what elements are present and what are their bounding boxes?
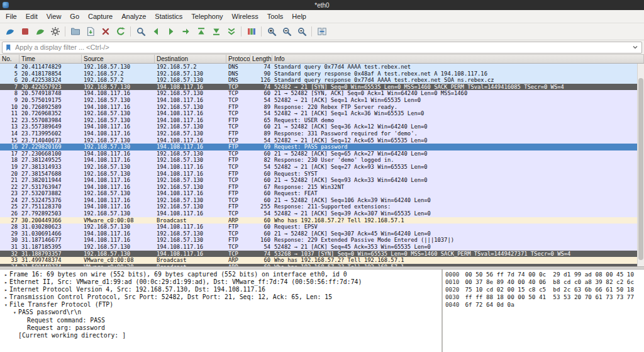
hex-line[interactable]: 000000 50 56 ff 7d 74 00 0c 29 d1 99 ad … xyxy=(445,271,644,278)
menu-tools[interactable]: Tools xyxy=(263,11,288,21)
open-file-button[interactable] xyxy=(68,25,82,38)
close-file-button[interactable] xyxy=(98,25,113,38)
menu-statistics[interactable]: Statistics xyxy=(150,11,187,21)
hex-line[interactable]: 00406f 72 64 0d 0a xyxy=(445,301,644,309)
packet-row-4[interactable]: 420.411474829192.168.57.130192.168.57.2D… xyxy=(0,64,644,71)
filter-dropdown-icon[interactable] xyxy=(631,43,639,51)
detail-line[interactable]: Request arg: password xyxy=(0,324,441,332)
hex-line[interactable]: 0030ff ff 88 18 00 00 50 41 53 53 20 70 … xyxy=(445,293,644,301)
packet-row-6[interactable]: 620.422538324192.168.57.2192.168.57.130D… xyxy=(0,77,644,84)
menu-wireless[interactable]: Wireless xyxy=(228,11,263,21)
packet-row-19[interactable]: 1927.381314933192.168.57.130194.108.117.… xyxy=(0,164,644,171)
zoom-in-button[interactable] xyxy=(264,25,279,38)
packet-row-33[interactable]: 3331.499748374VMware_c0:00:08BroadcastAR… xyxy=(0,257,644,264)
menu-help[interactable]: Help xyxy=(287,11,311,21)
hex-line[interactable]: 001000 37 8e 89 40 00 40 06 b8 cd c0 a8 … xyxy=(445,278,644,286)
packet-row-29[interactable]: 2931.030691466194.108.117.16192.168.57.1… xyxy=(0,230,644,237)
capture-options-button[interactable] xyxy=(48,25,62,38)
hex-bytes: 00 37 8e 89 40 00 40 06 b8 cd c0 a8 39 8… xyxy=(465,278,634,285)
packet-row-28[interactable]: 2831.030280623192.168.57.130194.108.117.… xyxy=(0,224,644,230)
zoom-reset-button[interactable] xyxy=(294,25,309,38)
display-filter-input[interactable] xyxy=(15,43,629,52)
scrollbar-thumb[interactable] xyxy=(638,78,643,261)
expander-icon[interactable]: ▸ xyxy=(3,279,9,286)
menu-file[interactable]: File xyxy=(1,11,21,21)
column-header-destination[interactable]: Destination xyxy=(155,55,226,63)
column-header-info[interactable]: Info xyxy=(272,55,644,63)
column-header-no[interactable]: No. xyxy=(0,55,19,63)
column-header-source[interactable]: Source xyxy=(82,55,155,63)
toolbar-separator xyxy=(261,26,262,37)
go-first-button[interactable] xyxy=(194,25,208,38)
cell-info: 21 → 52482 [ACK] Seq=93 Ack=33 Win=64240… xyxy=(272,177,644,184)
packet-row-23[interactable]: 2327.532073882192.168.57.130194.108.117.… xyxy=(0,190,644,197)
packet-row-31[interactable]: 3131.187185395192.168.57.130194.108.117.… xyxy=(0,244,644,251)
cell-len: 54 xyxy=(250,164,272,171)
packet-row-32[interactable]: 3231.188793357192.168.57.130194.108.117.… xyxy=(0,251,644,258)
packet-row-7[interactable]: 720.422657923192.168.57.130194.108.117.1… xyxy=(0,84,644,91)
expander-icon[interactable]: ▸ xyxy=(3,294,9,301)
go-last-button[interactable] xyxy=(209,25,223,38)
detail-line[interactable]: ▾File Transfer Protocol (FTP) xyxy=(0,301,441,309)
auto-scroll-button[interactable] xyxy=(224,25,238,38)
packet-row-5[interactable]: 520.418178854192.168.57.2192.168.57.130D… xyxy=(0,71,644,77)
go-to-packet-button[interactable] xyxy=(179,25,193,38)
save-file-button[interactable] xyxy=(83,25,97,38)
menu-telephony[interactable]: Telephony xyxy=(187,11,227,21)
packet-row-27[interactable]: 2730.200449366VMware_c0:00:08BroadcastAR… xyxy=(0,217,644,224)
menu-go[interactable]: Go xyxy=(65,11,84,21)
packet-row-18[interactable]: 1827.381249525194.108.117.16192.168.57.1… xyxy=(0,157,644,164)
detail-line[interactable]: ▸Ethernet II, Src: VMware_d1:99:ad (00:0… xyxy=(0,278,441,286)
menu-edit[interactable]: Edit xyxy=(21,11,42,21)
detail-line[interactable]: [Current working directory: ] xyxy=(0,332,441,339)
packet-row-9[interactable]: 920.575019175192.168.57.130194.108.117.1… xyxy=(0,97,644,104)
menu-analyze[interactable]: Analyze xyxy=(117,11,150,21)
expander-icon[interactable]: ▸ xyxy=(3,271,9,278)
packet-row-20[interactable]: 2027.381547688192.168.57.130194.108.117.… xyxy=(0,171,644,178)
restart-capture-button[interactable] xyxy=(33,25,47,38)
detail-line[interactable]: ▾PASS password\r\n xyxy=(0,309,441,316)
cell-proto: DNS xyxy=(226,77,250,84)
detail-line[interactable]: ▸Transmission Control Protocol, Src Port… xyxy=(0,293,441,301)
packet-row-17[interactable]: 1727.230668100194.108.117.16192.168.57.1… xyxy=(0,150,644,157)
colorize-button[interactable] xyxy=(244,25,258,38)
column-header-protocol[interactable]: Protocol xyxy=(226,55,250,63)
packet-row-10[interactable]: 1020.726892589194.108.117.16192.168.57.1… xyxy=(0,104,644,111)
find-packet-button[interactable] xyxy=(133,25,148,38)
column-header-length[interactable]: Length xyxy=(250,55,272,63)
packet-row-15[interactable]: 1523.714040673192.168.57.130194.108.117.… xyxy=(0,137,644,144)
zoom-out-button[interactable] xyxy=(279,25,294,38)
packet-row-21[interactable]: 2127.382011944194.108.117.16192.168.57.1… xyxy=(0,177,644,184)
detail-line[interactable]: ▸Frame 16: 69 bytes on wire (552 bits), … xyxy=(0,271,441,278)
packet-row-26[interactable]: 2627.792892503192.168.57.130194.108.117.… xyxy=(0,210,644,217)
menu-view[interactable]: View xyxy=(42,11,66,21)
filter-bookmark-icon[interactable] xyxy=(5,43,13,52)
packet-row-8[interactable]: 820.574918748194.108.117.16192.168.57.13… xyxy=(0,90,644,97)
detail-line[interactable]: Request command: PASS xyxy=(0,317,441,324)
packet-row-13[interactable]: 1323.557389649194.108.117.16192.168.57.1… xyxy=(0,123,644,130)
hex-line[interactable]: 002075 10 cd 02 00 15 c8 c5 bd 2c 63 6b … xyxy=(445,286,644,293)
packet-list-scrollbar[interactable] xyxy=(637,64,644,266)
column-header-time[interactable]: Time xyxy=(19,55,82,63)
packet-row-16[interactable]: 1627.229820169192.168.57.130194.108.117.… xyxy=(0,144,644,150)
detail-line[interactable]: ▸Internet Protocol Version 4, Src: 192.1… xyxy=(0,286,441,293)
packet-row-24[interactable]: 2427.532475376194.108.117.16192.168.57.1… xyxy=(0,197,644,204)
menu-capture[interactable]: Capture xyxy=(84,11,117,21)
packet-row-30[interactable]: 3031.187146677194.108.117.16192.168.57.1… xyxy=(0,237,644,244)
expander-icon[interactable]: ▸ xyxy=(3,287,9,293)
packet-row-12[interactable]: 1223.557083984192.168.57.130194.108.117.… xyxy=(0,117,644,124)
expander-icon[interactable]: ▾ xyxy=(11,309,18,316)
packet-row-14[interactable]: 1423.713995602194.108.117.16192.168.57.1… xyxy=(0,130,644,137)
go-back-button[interactable] xyxy=(148,25,163,38)
packet-row-11[interactable]: 1120.726968352192.168.57.130194.108.117.… xyxy=(0,110,644,117)
display-filter-field[interactable] xyxy=(2,42,642,54)
reload-button[interactable] xyxy=(113,25,128,38)
resize-columns-button[interactable] xyxy=(314,25,329,38)
packet-row-22[interactable]: 2227.531763947194.108.117.16192.168.57.1… xyxy=(0,184,644,191)
packet-row-25[interactable]: 2527.751128370194.108.117.16192.168.57.1… xyxy=(0,203,644,210)
start-capture-button[interactable] xyxy=(3,25,17,38)
stop-capture-button[interactable] xyxy=(18,25,32,38)
go-forward-button[interactable] xyxy=(164,25,178,38)
packet-row-34[interactable]: 3431.500448374VMware_c0:00:38BroadcastAR… xyxy=(0,264,644,266)
expander-icon[interactable]: ▾ xyxy=(3,302,9,309)
